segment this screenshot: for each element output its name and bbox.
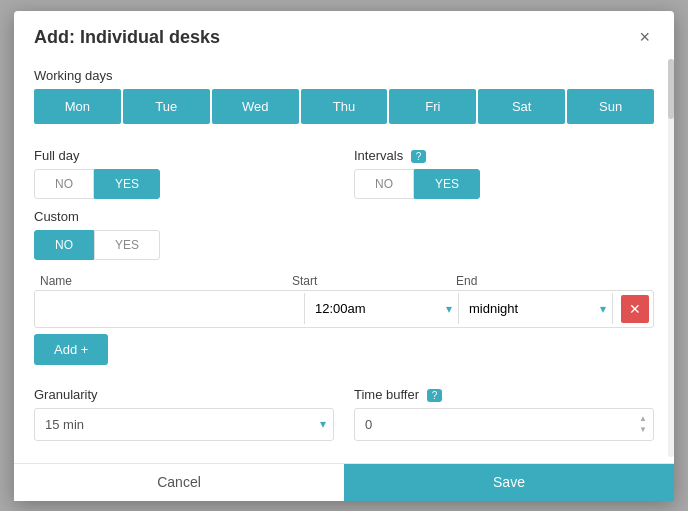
- end-select[interactable]: midnight 6:00pm 9:00pm 11:00pm: [463, 293, 612, 324]
- full-day-no-btn[interactable]: NO: [34, 169, 94, 199]
- spinner-up-button[interactable]: ▲: [636, 414, 650, 424]
- day-fri[interactable]: Fri: [389, 89, 476, 124]
- full-day-group: Full day NO YES: [34, 138, 334, 199]
- time-buffer-input[interactable]: [354, 408, 654, 441]
- granularity-select-wrap: 5 min 10 min 15 min 30 min 60 min ▾: [34, 408, 334, 441]
- time-buffer-help-badge[interactable]: ?: [427, 389, 443, 402]
- allow-section: Allow incognito bookings NO YES Allow re…: [34, 453, 654, 463]
- custom-label: Custom: [34, 209, 654, 224]
- day-wed[interactable]: Wed: [212, 89, 299, 124]
- modal-footer: Cancel Save: [14, 463, 674, 500]
- name-input[interactable]: [35, 293, 305, 324]
- working-days-label: Working days: [34, 68, 654, 83]
- delete-row-button[interactable]: ✕: [621, 295, 649, 323]
- full-day-toggle: NO YES: [34, 169, 334, 199]
- day-tue[interactable]: Tue: [123, 89, 210, 124]
- custom-no-btn[interactable]: NO: [34, 230, 94, 260]
- full-day-yes-btn[interactable]: YES: [94, 169, 160, 199]
- fullday-intervals-row: Full day NO YES Intervals ? NO YES: [34, 138, 654, 199]
- intervals-no-btn[interactable]: NO: [354, 169, 414, 199]
- day-thu[interactable]: Thu: [301, 89, 388, 124]
- intervals-toggle: NO YES: [354, 169, 654, 199]
- custom-section: Custom NO YES: [34, 209, 654, 260]
- spinner-down-button[interactable]: ▼: [636, 425, 650, 435]
- time-buffer-wrap: ▲ ▼: [354, 408, 654, 441]
- granularity-group: Granularity 5 min 10 min 15 min 30 min 6…: [34, 377, 334, 441]
- modal-body: Working days Mon Tue Wed Thu Fri Sat Sun…: [14, 58, 674, 464]
- modal-title: Add: Individual desks: [34, 27, 220, 48]
- modal: Add: Individual desks × Working days Mon…: [14, 11, 674, 501]
- day-sat[interactable]: Sat: [478, 89, 565, 124]
- allow-incognito-group: Allow incognito bookings NO YES: [34, 453, 334, 463]
- granularity-timebuffer-row: Granularity 5 min 10 min 15 min 30 min 6…: [34, 377, 654, 441]
- granularity-select[interactable]: 5 min 10 min 15 min 30 min 60 min: [34, 408, 334, 441]
- col-header-start: Start: [292, 274, 452, 288]
- days-grid: Mon Tue Wed Thu Fri Sat Sun: [34, 89, 654, 124]
- intervals-yes-btn[interactable]: YES: [414, 169, 480, 199]
- custom-toggle: NO YES: [34, 230, 654, 260]
- full-day-label: Full day: [34, 148, 334, 163]
- add-button[interactable]: Add +: [34, 334, 108, 365]
- col-header-action: [620, 274, 648, 288]
- scrollbar-thumb[interactable]: [668, 59, 674, 119]
- start-select-wrap: 12:00am 6:00am 9:00am 12:00pm ▾: [309, 293, 459, 324]
- intervals-help-badge[interactable]: ?: [411, 150, 427, 163]
- cancel-button[interactable]: Cancel: [14, 464, 344, 500]
- save-button[interactable]: Save: [344, 464, 674, 500]
- time-buffer-spinners: ▲ ▼: [636, 414, 650, 435]
- table-row: 12:00am 6:00am 9:00am 12:00pm ▾ midnight…: [34, 290, 654, 328]
- time-buffer-label: Time buffer ?: [354, 387, 654, 402]
- time-buffer-group: Time buffer ? ▲ ▼: [354, 377, 654, 441]
- col-header-name: Name: [40, 274, 288, 288]
- scrollbar-track: [668, 59, 674, 457]
- table-header: Name Start End: [34, 270, 654, 290]
- modal-header: Add: Individual desks ×: [14, 11, 674, 58]
- allow-recurring-group: Allow recurring booking NO YES: [354, 453, 654, 463]
- modal-overlay: Add: Individual desks × Working days Mon…: [0, 0, 688, 511]
- granularity-label: Granularity: [34, 387, 334, 402]
- close-button[interactable]: ×: [635, 28, 654, 46]
- intervals-group: Intervals ? NO YES: [354, 138, 654, 199]
- custom-yes-btn[interactable]: YES: [94, 230, 160, 260]
- day-sun[interactable]: Sun: [567, 89, 654, 124]
- col-header-end: End: [456, 274, 616, 288]
- day-mon[interactable]: Mon: [34, 89, 121, 124]
- start-select[interactable]: 12:00am 6:00am 9:00am 12:00pm: [309, 293, 458, 324]
- end-select-wrap: midnight 6:00pm 9:00pm 11:00pm ▾: [463, 293, 613, 324]
- intervals-label: Intervals ?: [354, 148, 654, 163]
